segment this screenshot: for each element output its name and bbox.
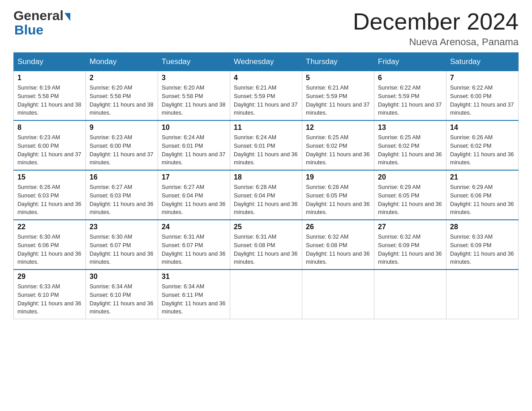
table-row: 3 Sunrise: 6:20 AMSunset: 5:58 PMDayligh… xyxy=(158,71,230,121)
day-number: 13 xyxy=(378,124,442,132)
day-info: Sunrise: 6:27 AMSunset: 6:03 PMDaylight:… xyxy=(90,184,153,215)
table-row: 8 Sunrise: 6:23 AMSunset: 6:00 PMDayligh… xyxy=(14,120,86,170)
calendar-table: Sunday Monday Tuesday Wednesday Thursday… xyxy=(13,52,519,319)
table-row xyxy=(446,270,519,319)
table-row: 26 Sunrise: 6:32 AMSunset: 6:08 PMDaylig… xyxy=(302,220,374,270)
table-row: 7 Sunrise: 6:22 AMSunset: 6:00 PMDayligh… xyxy=(446,71,519,121)
table-row: 22 Sunrise: 6:30 AMSunset: 6:06 PMDaylig… xyxy=(14,220,86,270)
day-info: Sunrise: 6:33 AMSunset: 6:09 PMDaylight:… xyxy=(450,234,514,265)
table-row: 6 Sunrise: 6:22 AMSunset: 5:59 PMDayligh… xyxy=(374,71,446,121)
day-info: Sunrise: 6:26 AMSunset: 6:03 PMDaylight:… xyxy=(17,184,81,215)
calendar-week-row: 15 Sunrise: 6:26 AMSunset: 6:03 PMDaylig… xyxy=(14,170,519,220)
day-number: 26 xyxy=(306,223,370,231)
day-number: 28 xyxy=(450,223,515,231)
page-header: General Blue December 2024 Nueva Arenosa… xyxy=(13,9,519,48)
day-info: Sunrise: 6:25 AMSunset: 6:02 PMDaylight:… xyxy=(378,134,442,166)
day-info: Sunrise: 6:30 AMSunset: 6:06 PMDaylight:… xyxy=(17,234,81,265)
day-number: 8 xyxy=(17,124,82,132)
day-info: Sunrise: 6:26 AMSunset: 6:02 PMDaylight:… xyxy=(450,134,514,166)
table-row: 11 Sunrise: 6:24 AMSunset: 6:01 PMDaylig… xyxy=(230,120,302,170)
day-number: 4 xyxy=(234,74,298,82)
col-thursday: Thursday xyxy=(302,53,374,71)
day-info: Sunrise: 6:25 AMSunset: 6:02 PMDaylight:… xyxy=(306,134,369,166)
location-subtitle: Nueva Arenosa, Panama xyxy=(353,36,519,48)
day-number: 16 xyxy=(90,173,154,181)
calendar-week-row: 29 Sunrise: 6:33 AMSunset: 6:10 PMDaylig… xyxy=(14,270,519,319)
day-number: 15 xyxy=(17,173,82,181)
day-info: Sunrise: 6:30 AMSunset: 6:07 PMDaylight:… xyxy=(90,234,153,265)
day-info: Sunrise: 6:22 AMSunset: 5:59 PMDaylight:… xyxy=(378,85,442,116)
day-number: 7 xyxy=(450,74,515,82)
col-saturday: Saturday xyxy=(446,53,519,71)
col-monday: Monday xyxy=(86,53,158,71)
calendar-header-row: Sunday Monday Tuesday Wednesday Thursday… xyxy=(14,53,519,71)
table-row: 23 Sunrise: 6:30 AMSunset: 6:07 PMDaylig… xyxy=(86,220,158,270)
table-row: 10 Sunrise: 6:24 AMSunset: 6:01 PMDaylig… xyxy=(158,120,230,170)
day-info: Sunrise: 6:22 AMSunset: 6:00 PMDaylight:… xyxy=(450,85,514,116)
day-info: Sunrise: 6:24 AMSunset: 6:01 PMDaylight:… xyxy=(162,134,225,166)
table-row: 29 Sunrise: 6:33 AMSunset: 6:10 PMDaylig… xyxy=(14,270,86,319)
day-info: Sunrise: 6:31 AMSunset: 6:07 PMDaylight:… xyxy=(162,234,225,265)
logo: General Blue xyxy=(13,9,70,37)
day-number: 2 xyxy=(90,74,154,82)
calendar-week-row: 1 Sunrise: 6:19 AMSunset: 5:58 PMDayligh… xyxy=(14,71,519,121)
day-info: Sunrise: 6:34 AMSunset: 6:10 PMDaylight:… xyxy=(90,283,153,315)
logo-triangle-icon xyxy=(64,13,70,21)
day-info: Sunrise: 6:24 AMSunset: 6:01 PMDaylight:… xyxy=(234,134,297,166)
day-number: 1 xyxy=(17,74,82,82)
day-info: Sunrise: 6:31 AMSunset: 6:08 PMDaylight:… xyxy=(234,234,297,265)
day-info: Sunrise: 6:34 AMSunset: 6:11 PMDaylight:… xyxy=(162,283,225,315)
day-number: 22 xyxy=(17,223,82,231)
day-number: 27 xyxy=(378,223,442,231)
table-row: 1 Sunrise: 6:19 AMSunset: 5:58 PMDayligh… xyxy=(14,71,86,121)
day-number: 18 xyxy=(234,173,298,181)
table-row: 5 Sunrise: 6:21 AMSunset: 5:59 PMDayligh… xyxy=(302,71,374,121)
table-row: 27 Sunrise: 6:32 AMSunset: 6:09 PMDaylig… xyxy=(374,220,446,270)
day-number: 14 xyxy=(450,124,515,132)
day-number: 19 xyxy=(306,173,370,181)
table-row: 30 Sunrise: 6:34 AMSunset: 6:10 PMDaylig… xyxy=(86,270,158,319)
day-info: Sunrise: 6:32 AMSunset: 6:09 PMDaylight:… xyxy=(378,234,442,265)
table-row: 20 Sunrise: 6:29 AMSunset: 6:05 PMDaylig… xyxy=(374,170,446,220)
table-row: 9 Sunrise: 6:23 AMSunset: 6:00 PMDayligh… xyxy=(86,120,158,170)
calendar-week-row: 8 Sunrise: 6:23 AMSunset: 6:00 PMDayligh… xyxy=(14,120,519,170)
day-number: 9 xyxy=(90,124,154,132)
table-row: 16 Sunrise: 6:27 AMSunset: 6:03 PMDaylig… xyxy=(86,170,158,220)
table-row: 4 Sunrise: 6:21 AMSunset: 5:59 PMDayligh… xyxy=(230,71,302,121)
table-row xyxy=(302,270,374,319)
table-row: 15 Sunrise: 6:26 AMSunset: 6:03 PMDaylig… xyxy=(14,170,86,220)
day-info: Sunrise: 6:19 AMSunset: 5:58 PMDaylight:… xyxy=(17,85,81,116)
logo-general-text: General xyxy=(13,9,70,22)
table-row: 21 Sunrise: 6:29 AMSunset: 6:06 PMDaylig… xyxy=(446,170,519,220)
day-info: Sunrise: 6:21 AMSunset: 5:59 PMDaylight:… xyxy=(306,85,369,116)
table-row: 2 Sunrise: 6:20 AMSunset: 5:58 PMDayligh… xyxy=(86,71,158,121)
day-info: Sunrise: 6:20 AMSunset: 5:58 PMDaylight:… xyxy=(90,85,153,116)
col-friday: Friday xyxy=(374,53,446,71)
day-number: 23 xyxy=(90,223,154,231)
col-wednesday: Wednesday xyxy=(230,53,302,71)
month-title: December 2024 xyxy=(353,9,519,34)
table-row xyxy=(374,270,446,319)
day-info: Sunrise: 6:32 AMSunset: 6:08 PMDaylight:… xyxy=(306,234,369,265)
table-row: 28 Sunrise: 6:33 AMSunset: 6:09 PMDaylig… xyxy=(446,220,519,270)
day-number: 5 xyxy=(306,74,370,82)
table-row xyxy=(230,270,302,319)
day-info: Sunrise: 6:27 AMSunset: 6:04 PMDaylight:… xyxy=(162,184,225,215)
day-number: 6 xyxy=(378,74,442,82)
day-number: 10 xyxy=(162,124,226,132)
day-info: Sunrise: 6:28 AMSunset: 6:05 PMDaylight:… xyxy=(306,184,369,215)
day-info: Sunrise: 6:29 AMSunset: 6:06 PMDaylight:… xyxy=(450,184,514,215)
calendar-week-row: 22 Sunrise: 6:30 AMSunset: 6:06 PMDaylig… xyxy=(14,220,519,270)
day-number: 3 xyxy=(162,74,226,82)
table-row: 18 Sunrise: 6:28 AMSunset: 6:04 PMDaylig… xyxy=(230,170,302,220)
table-row: 13 Sunrise: 6:25 AMSunset: 6:02 PMDaylig… xyxy=(374,120,446,170)
day-number: 20 xyxy=(378,173,442,181)
col-sunday: Sunday xyxy=(14,53,86,71)
day-number: 30 xyxy=(90,273,154,281)
table-row: 14 Sunrise: 6:26 AMSunset: 6:02 PMDaylig… xyxy=(446,120,519,170)
table-row: 25 Sunrise: 6:31 AMSunset: 6:08 PMDaylig… xyxy=(230,220,302,270)
logo-blue-text: Blue xyxy=(14,22,43,37)
table-row: 19 Sunrise: 6:28 AMSunset: 6:05 PMDaylig… xyxy=(302,170,374,220)
table-row: 24 Sunrise: 6:31 AMSunset: 6:07 PMDaylig… xyxy=(158,220,230,270)
day-number: 29 xyxy=(17,273,82,281)
